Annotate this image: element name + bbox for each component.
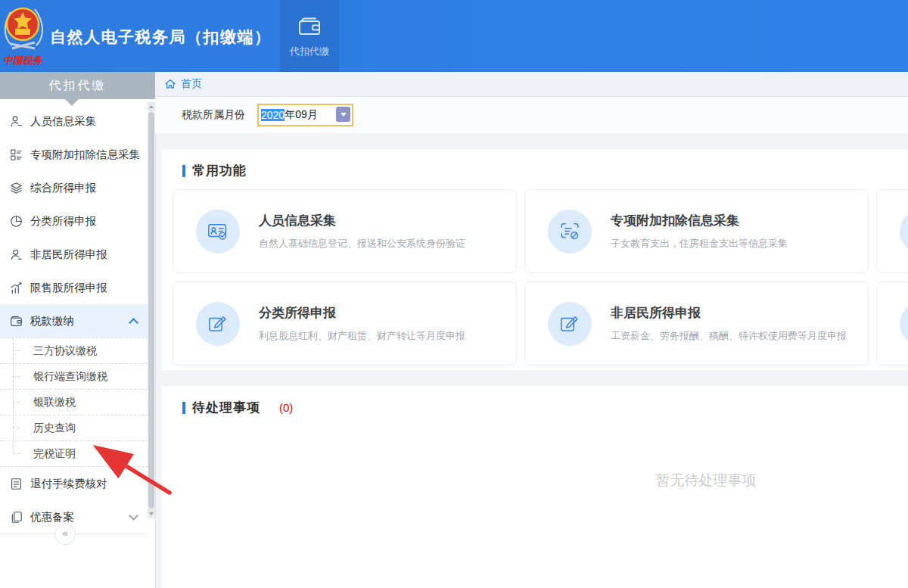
section-title: 待处理事项 xyxy=(192,399,260,416)
bar-chart-icon xyxy=(9,281,23,295)
person-icon xyxy=(9,247,23,262)
sidebar-item-label: 分类所得申报 xyxy=(30,214,96,229)
sidebar-item-classified-income[interactable]: 分类所得申报 xyxy=(0,204,148,238)
sidebar-item-special-deduction[interactable]: 专项附加扣除信息采集 xyxy=(0,138,148,171)
card-text: 非居民所得申报 工资薪金、劳务报酬、稿酬、特许权使用费等月度申报 xyxy=(611,304,847,343)
sidebar-item-restricted-shares[interactable]: 限售股所得申报 xyxy=(0,271,148,304)
submenu-item-tax-certificate[interactable]: 完税证明 xyxy=(0,441,148,467)
card-partial-right-bottom[interactable] xyxy=(876,282,908,366)
sidebar-item-label: 综合所得申报 xyxy=(30,181,96,195)
sidebar: 代扣代缴 人员信息采集 专项附加扣除信息采集 综合所得申报 xyxy=(0,72,156,588)
wallet-icon xyxy=(297,14,322,39)
scroll-up-icon[interactable] xyxy=(148,102,155,111)
card-personnel-info[interactable]: 人员信息采集 自然人基础信息登记、报送和公安系统身份验证 xyxy=(173,189,517,273)
card-partial-right-top[interactable] xyxy=(876,189,908,273)
tax-month-label: 税款所属月份 xyxy=(182,108,245,122)
sidebar-scrollbar[interactable] xyxy=(148,102,155,518)
sidebar-title: 代扣代缴 xyxy=(0,72,155,99)
wallet-icon xyxy=(9,314,23,328)
list-cards-icon xyxy=(9,148,23,162)
card-classified-income[interactable]: 分类所得申报 利息股息红利、财产租赁、财产转让等月度申报 xyxy=(173,282,517,366)
scroll-down-icon[interactable] xyxy=(148,509,155,518)
header-tab-label: 代扣代缴 xyxy=(290,45,329,58)
tax-payment-submenu: 三方协议缴税 银行端查询缴税 银联缴税 历史查询 完税证明 xyxy=(0,338,148,467)
tax-month-filter-row: 税款所属月份 2020年09月 xyxy=(155,97,908,133)
month-rest-text: 年09月 xyxy=(285,108,318,122)
pie-chart-icon xyxy=(9,214,23,229)
selected-year-text: 2020 xyxy=(261,109,285,121)
tax-month-input[interactable]: 2020年09月 xyxy=(257,104,353,126)
card-desc: 自然人基础信息登记、报送和公安系统身份验证 xyxy=(259,237,465,250)
section-title: 常用功能 xyxy=(192,162,247,179)
sidebar-menu: 人员信息采集 专项附加扣除信息采集 综合所得申报 分类所得申报 xyxy=(0,99,148,534)
todo-empty-text: 暂无待处理事项 xyxy=(585,471,827,490)
chevron-down-icon xyxy=(129,511,138,521)
breadcrumb-home[interactable]: 首页 xyxy=(181,77,202,91)
card-title: 分类所得申报 xyxy=(259,304,465,322)
todo-count-badge: (0) xyxy=(279,401,293,414)
card-search-icon xyxy=(900,210,908,254)
person-add-icon xyxy=(9,114,23,129)
header-tab-withholding[interactable]: 代扣代缴 xyxy=(280,0,339,72)
submenu-item-tripartite-agreement[interactable]: 三方协议缴税 xyxy=(0,338,148,364)
top-header: 中国税务 自然人电子税务局（扣缴端） 代扣代缴 xyxy=(0,0,908,72)
scrollbar-thumb[interactable] xyxy=(148,112,154,509)
sidebar-item-label: 退付手续费核对 xyxy=(30,477,107,491)
yen-card-icon xyxy=(900,302,908,346)
breadcrumb: 首页 xyxy=(155,72,908,97)
sidebar-item-label: 专项附加扣除信息采集 xyxy=(30,148,140,162)
id-card-check-icon xyxy=(196,210,240,254)
sidebar-item-refund-fee-check[interactable]: 退付手续费核对 xyxy=(0,467,148,500)
card-text: 分类所得申报 利息股息红利、财产租赁、财产转让等月度申报 xyxy=(259,304,465,343)
caret-down-icon xyxy=(340,113,347,120)
sidebar-item-tax-payment[interactable]: 税款缴纳 xyxy=(0,304,148,338)
card-title: 专项附加扣除信息采集 xyxy=(611,212,788,229)
sidebar-item-label: 税款缴纳 xyxy=(30,314,74,328)
card-desc: 工资薪金、劳务报酬、稿酬、特许权使用费等月度申报 xyxy=(611,329,847,343)
main-content: 首页 税款所属月份 2020年09月 常用功能 xyxy=(155,72,908,588)
layers-icon xyxy=(9,181,23,195)
submenu-item-bank-inquiry[interactable]: 银行端查询缴税 xyxy=(0,364,148,390)
edit-icon xyxy=(548,302,592,346)
submenu-item-history-query[interactable]: 历史查询 xyxy=(0,415,148,441)
app-window: 中国税务 自然人电子税务局（扣缴端） 代扣代缴 代扣代缴 人员信息采集 xyxy=(0,0,908,588)
section-accent-bar xyxy=(182,165,185,177)
card-text: 人员信息采集 自然人基础信息登记、报送和公安系统身份验证 xyxy=(259,212,465,250)
card-text: 专项附加扣除信息采集 子女教育支出，住房租金支出等信息采集 xyxy=(611,212,788,250)
sidebar-item-label: 限售股所得申报 xyxy=(30,281,107,295)
month-dropdown-button[interactable] xyxy=(336,107,350,122)
card-desc: 子女教育支出，住房租金支出等信息采集 xyxy=(611,237,788,250)
submenu-item-unionpay[interactable]: 银联缴税 xyxy=(0,390,148,415)
sidebar-item-label: 非居民所得申报 xyxy=(30,247,107,262)
app-title: 自然人电子税务局（扣缴端） xyxy=(50,26,272,48)
sidebar-collapse-button[interactable]: « xyxy=(54,524,76,545)
document-icon xyxy=(9,477,23,491)
sidebar-item-comprehensive-income[interactable]: 综合所得申报 xyxy=(0,171,148,204)
section-title-row: 待处理事项 (0) xyxy=(161,386,908,416)
card-special-deduction[interactable]: 专项附加扣除信息采集 子女教育支出，住房租金支出等信息采集 xyxy=(524,189,869,273)
edit-icon xyxy=(196,302,240,346)
section-title-row: 常用功能 xyxy=(161,149,908,179)
tax-bureau-logo-icon: 中国税务 xyxy=(2,2,48,70)
chevron-up-icon xyxy=(129,318,138,328)
home-icon xyxy=(164,78,176,90)
card-list-icon xyxy=(548,210,592,254)
sidebar-item-label: 优惠备案 xyxy=(30,510,74,524)
card-title: 非居民所得申报 xyxy=(611,304,847,322)
common-functions-section: 常用功能 人员信息采集 自然人基础信息登记、报送和公安系统身份验证 xyxy=(161,149,908,370)
function-cards: 人员信息采集 自然人基础信息登记、报送和公安系统身份验证 专项附加扣除信息采集 … xyxy=(161,179,908,366)
sidebar-item-personnel-info[interactable]: 人员信息采集 xyxy=(0,104,148,138)
card-title: 人员信息采集 xyxy=(259,212,465,229)
copy-icon xyxy=(9,510,23,524)
sidebar-item-nonresident-income[interactable]: 非居民所得申报 xyxy=(0,238,148,271)
sidebar-item-label: 人员信息采集 xyxy=(30,114,96,129)
card-nonresident-income[interactable]: 非居民所得申报 工资薪金、劳务报酬、稿酬、特许权使用费等月度申报 xyxy=(524,282,869,366)
card-desc: 利息股息红利、财产租赁、财产转让等月度申报 xyxy=(259,329,465,343)
todo-section: 待处理事项 (0) 暂无待处理事项 xyxy=(161,386,908,588)
logo-text: 中国税务 xyxy=(3,54,44,66)
section-accent-bar xyxy=(182,402,185,414)
